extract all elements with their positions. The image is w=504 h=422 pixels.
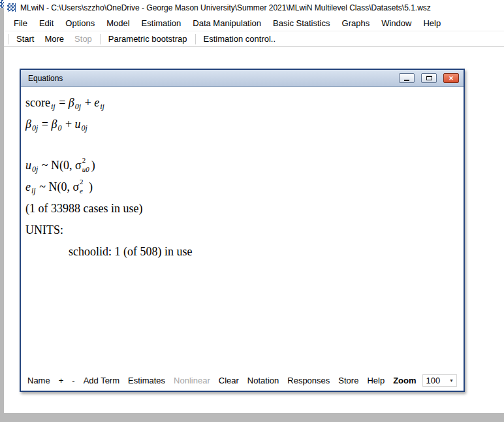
units-heading: UNITS: <box>25 219 458 241</box>
menu-item-estimation[interactable]: Estimation <box>136 16 187 30</box>
close-icon: ✕ <box>449 75 454 82</box>
menu-item-file[interactable]: File <box>8 16 33 30</box>
equation-eij-distribution: eij ~ N(0, σ2e) <box>25 176 458 198</box>
chevron-down-icon[interactable]: ▼ <box>447 378 456 383</box>
zoom-label: Zoom <box>393 376 416 385</box>
equation-u0j-distribution: u0j ~ N(0, σ2u0) <box>25 155 458 176</box>
equations-button-store[interactable]: Store <box>338 376 358 385</box>
equations-button-add-term[interactable]: Add Term <box>84 376 119 385</box>
menu-bar: FileEditOptionsModelEstimationData Manip… <box>4 15 504 31</box>
toolbar-button-stop: Stop <box>69 32 97 46</box>
close-button[interactable]: ✕ <box>443 73 459 83</box>
mlwin-app-icon[interactable] <box>7 3 16 12</box>
equations-button-responses[interactable]: Responses <box>287 376 330 385</box>
equations-button-name[interactable]: Name <box>27 376 50 385</box>
equations-content: scoreij = β0j + eijβ0j = β0 + u0ju0j ~ N… <box>21 87 464 373</box>
equations-button-estimates[interactable]: Estimates <box>128 376 165 385</box>
title-bar[interactable]: MLwiN - C:\Users\szzho\OneDrive - George… <box>4 0 504 15</box>
menu-item-help[interactable]: Help <box>417 16 447 30</box>
equations-button-notation[interactable]: Notation <box>247 376 279 385</box>
minimize-button[interactable] <box>399 73 415 83</box>
toolbar-separator <box>195 34 196 44</box>
zoom-value: 100 <box>423 376 447 385</box>
equations-window: Equations ✕ scoreij = β0j + eijβ0j = β0 … <box>20 69 465 392</box>
equations-button-plus[interactable]: + <box>59 376 64 385</box>
mdi-client-area: Equations ✕ scoreij = β0j + eijβ0j = β0 … <box>4 47 504 413</box>
equations-title-bar[interactable]: Equations ✕ <box>21 70 464 87</box>
equation-beta0j: β0j = β0 + u0j <box>25 114 458 135</box>
toolbar-separator <box>100 34 101 44</box>
toolbar-button-parametric-bootstrap[interactable]: Parametric bootstrap <box>103 32 193 46</box>
maximize-icon <box>426 76 432 80</box>
menu-item-window[interactable]: Window <box>375 16 417 30</box>
equations-buttons: Name+-Add TermEstimatesNonlinearClearNot… <box>27 376 393 385</box>
mlwin-window: MLwiN - C:\Users\szzho\OneDrive - George… <box>4 0 504 413</box>
menu-item-graphs[interactable]: Graphs <box>336 16 376 30</box>
menu-item-options[interactable]: Options <box>59 16 101 30</box>
toolbar-button-start[interactable]: Start <box>11 32 39 46</box>
main-toolbar: StartMoreStopParametric bootstrapEstimat… <box>4 31 504 47</box>
equations-button-clear[interactable]: Clear <box>219 376 239 385</box>
menu-item-data-manipulation[interactable]: Data Manipulation <box>187 16 267 30</box>
equation-spacer <box>25 135 458 155</box>
menu-item-basic-statistics[interactable]: Basic Statistics <box>267 16 336 30</box>
equations-button-nonlinear: Nonlinear <box>174 376 210 385</box>
equations-window-title: Equations <box>28 74 63 83</box>
sigma-squared-scripts: 2e <box>79 182 89 193</box>
units-schoolid-line: schoolid: 1 (of 508) in use <box>25 241 458 263</box>
minimize-icon <box>404 80 409 81</box>
zoom-combobox[interactable]: 100 ▼ <box>422 374 457 387</box>
toolbar-button-estimation-control[interactable]: Estimation control.. <box>198 32 281 46</box>
equations-toolbar: Name+-Add TermEstimatesNonlinearClearNot… <box>21 373 464 391</box>
equations-button-minus[interactable]: - <box>72 376 74 385</box>
window-controls: ✕ <box>399 73 459 83</box>
window-title: MLwiN - C:\Users\szzho\OneDrive - George… <box>20 3 431 12</box>
menu-item-edit[interactable]: Edit <box>33 16 59 30</box>
cases-in-use-line: (1 of 33988 cases in use) <box>25 198 458 219</box>
equations-button-help[interactable]: Help <box>367 376 385 385</box>
toolbar-gripper <box>8 34 8 44</box>
maximize-button[interactable] <box>421 73 437 83</box>
sigma-squared-scripts: 2u0 <box>82 160 91 172</box>
toolbar-button-more[interactable]: More <box>39 32 69 46</box>
equation-score: scoreij = β0j + eij <box>25 92 458 114</box>
menu-item-model[interactable]: Model <box>101 16 135 30</box>
